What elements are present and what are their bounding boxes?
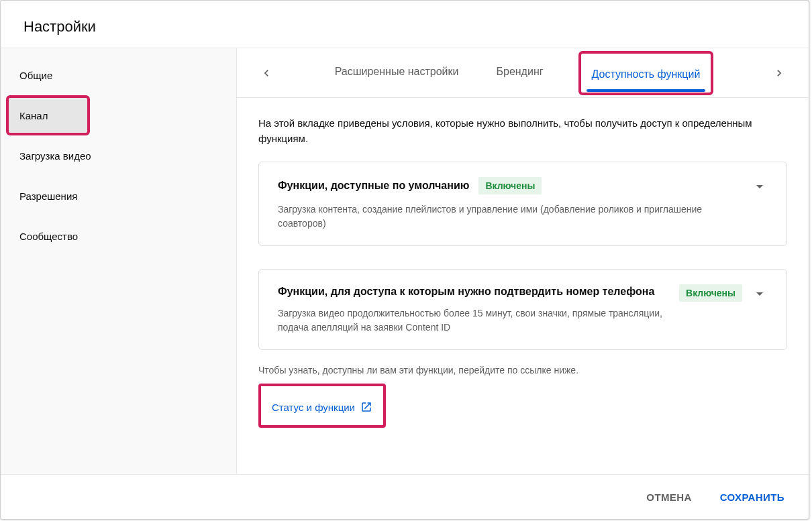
sidebar-item-label: Сообщество (19, 231, 78, 242)
status-badge: Включены (679, 284, 742, 302)
sidebar-item-general[interactable]: Общие (1, 55, 236, 95)
chevron-down-icon (752, 178, 768, 194)
intro-text: На этой вкладке приведены условия, котор… (258, 115, 787, 147)
tabs-scroll-left[interactable] (253, 60, 280, 86)
highlight-status-link: Статус и функции (258, 384, 386, 428)
card-body: Функции, доступные по умолчанию Включены… (278, 177, 735, 231)
link-label: Статус и функции (272, 402, 355, 413)
feature-card-default[interactable]: Функции, доступные по умолчанию Включены… (258, 162, 787, 246)
open-in-new-icon (360, 401, 372, 413)
tab-bar: Расширенные настройки Брендинг Доступнос… (237, 48, 809, 98)
sidebar-item-label: Общие (19, 70, 52, 81)
settings-dialog: Настройки Общие Канал Загрузка видео Раз… (0, 0, 809, 520)
settings-sidebar: Общие Канал Загрузка видео Разрешения Со… (1, 48, 237, 474)
sidebar-item-label: Разрешения (19, 190, 77, 202)
tab-feature-eligibility[interactable]: Доступность функций (587, 56, 706, 90)
card-body: Функции, для доступа к которым нужно под… (278, 284, 663, 335)
chevron-left-icon (260, 66, 273, 80)
save-button[interactable]: СОХРАНИТЬ (716, 486, 789, 508)
card-title: Функции, доступные по умолчанию (278, 178, 469, 193)
dialog-body: Общие Канал Загрузка видео Разрешения Со… (1, 48, 809, 475)
main-panel: Расширенные настройки Брендинг Доступнос… (237, 48, 809, 474)
sidebar-item-label: Канал (19, 110, 48, 121)
dialog-title: Настройки (1, 1, 809, 48)
card-right: Включены (679, 284, 768, 302)
feature-card-phone-verified[interactable]: Функции, для доступа к которым нужно под… (258, 269, 787, 351)
tab-content: На этой вкладке приведены условия, котор… (237, 98, 809, 428)
highlight-tab-feature-eligibility: Доступность функций (578, 51, 714, 95)
tabs-scroll-right[interactable] (766, 60, 793, 86)
status-and-features-link[interactable]: Статус и функции (272, 401, 372, 413)
dialog-footer: ОТМЕНА СОХРАНИТЬ (1, 475, 809, 519)
tab-label: Расширенные настройки (335, 66, 459, 77)
card-description: Загрузка видео продолжительностью более … (278, 306, 663, 335)
tab-advanced-settings[interactable]: Расширенные настройки (332, 51, 462, 95)
expand-toggle[interactable] (752, 284, 768, 302)
card-title: Функции, для доступа к которым нужно под… (278, 286, 654, 297)
card-description: Загрузка контента, создание плейлистов и… (278, 202, 735, 231)
footnote-text: Чтобы узнать, доступны ли вам эти функци… (258, 365, 787, 375)
cancel-button[interactable]: ОТМЕНА (642, 486, 695, 508)
tab-label: Брендинг (496, 66, 543, 77)
tab-branding[interactable]: Брендинг (493, 51, 546, 95)
sidebar-item-label: Загрузка видео (19, 150, 91, 162)
chevron-right-icon (772, 66, 786, 80)
chevron-down-icon (752, 286, 768, 302)
tabs: Расширенные настройки Брендинг Доступнос… (280, 51, 766, 95)
sidebar-item-channel[interactable]: Канал (6, 95, 90, 135)
status-badge: Включены (478, 177, 542, 194)
expand-toggle[interactable] (752, 177, 768, 194)
tab-label: Доступность функций (592, 68, 701, 80)
sidebar-item-upload-defaults[interactable]: Загрузка видео (1, 135, 236, 176)
sidebar-item-community[interactable]: Сообщество (1, 216, 236, 256)
sidebar-item-permissions[interactable]: Разрешения (1, 176, 236, 216)
